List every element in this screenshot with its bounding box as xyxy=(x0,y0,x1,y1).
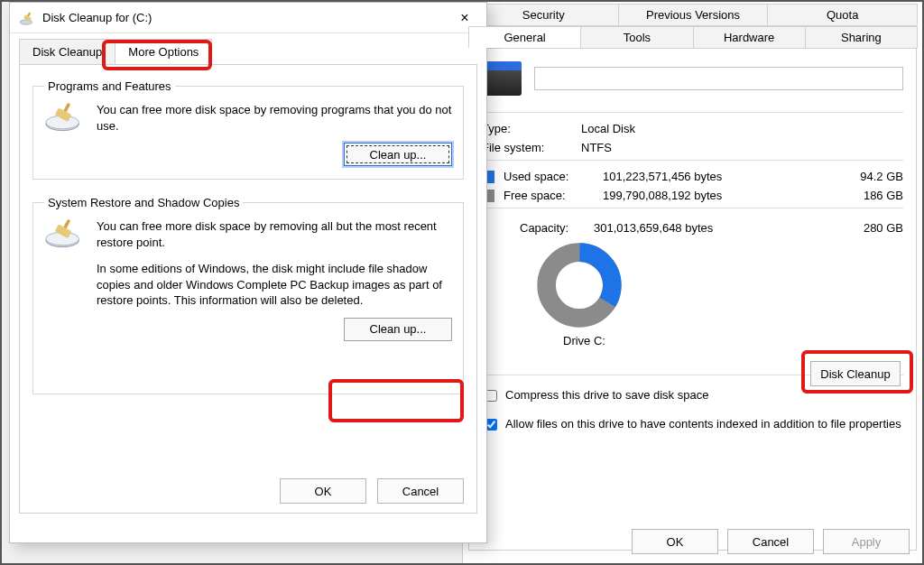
capacity-human: 280 GB xyxy=(840,221,903,235)
drive-name-input[interactable] xyxy=(534,67,903,90)
tab-previous-versions[interactable]: Previous Versions xyxy=(618,4,769,25)
capacity-bytes: 301,013,659,648 bytes xyxy=(594,221,840,235)
restore-text-1: You can free more disk space by removing… xyxy=(97,218,452,250)
tab-more-options[interactable]: More Options xyxy=(115,39,212,64)
type-value: Local Disk xyxy=(581,122,635,135)
used-space-bytes: 101,223,571,456 bytes xyxy=(603,170,840,183)
properties-cancel-button[interactable]: Cancel xyxy=(727,529,814,554)
broom-disk-icon xyxy=(44,218,84,249)
tab-hardware[interactable]: Hardware xyxy=(693,26,806,48)
used-space-human: 94.2 GB xyxy=(840,170,903,183)
tab-disk-cleanup[interactable]: Disk Cleanup xyxy=(19,39,116,64)
tab-sharing[interactable]: Sharing xyxy=(805,26,918,48)
svg-point-2 xyxy=(559,264,600,306)
properties-body: Type: Local Disk File system: NTFS Used … xyxy=(468,49,917,551)
system-restore-group: System Restore and Shadow Copies You can… xyxy=(32,196,464,394)
programs-and-features-group: Programs and Features You can free more … xyxy=(32,79,464,180)
close-icon: × xyxy=(460,10,468,26)
drive-label: Drive C: xyxy=(563,334,903,347)
disk-cleanup-ok-button[interactable]: OK xyxy=(280,478,366,504)
disk-cleanup-content: Programs and Features You can free more … xyxy=(19,64,477,514)
restore-cleanup-button[interactable]: Clean up... xyxy=(344,318,452,341)
drive-properties-window: Security Previous Versions Quota General… xyxy=(462,2,922,563)
tab-tools[interactable]: Tools xyxy=(580,26,693,48)
properties-tabs-row1: Security Previous Versions Quota xyxy=(468,4,917,26)
disk-cleanup-button[interactable]: Disk Cleanup xyxy=(810,361,901,386)
capacity-label: Capacity: xyxy=(520,221,594,235)
filesystem-label: File system: xyxy=(482,141,581,154)
restore-legend: System Restore and Shadow Copies xyxy=(44,196,243,209)
disk-cleanup-title: Disk Cleanup for (C:) xyxy=(42,11,445,24)
disk-cleanup-tabs: Disk Cleanup More Options xyxy=(19,39,477,64)
properties-apply-button[interactable]: Apply xyxy=(823,529,910,554)
tab-quota[interactable]: Quota xyxy=(767,4,918,25)
programs-cleanup-button[interactable]: Clean up... xyxy=(344,143,452,166)
capacity-donut-chart xyxy=(536,242,623,329)
properties-dialog-buttons: OK Cancel Apply xyxy=(632,529,910,554)
index-label: Allow files on this drive to have conten… xyxy=(505,417,901,431)
disk-cleanup-title-icon xyxy=(19,10,35,26)
programs-legend: Programs and Features xyxy=(44,79,175,93)
used-space-label: Used space: xyxy=(504,170,603,183)
disk-cleanup-window: Disk Cleanup for (C:) × Disk Cleanup Mor… xyxy=(9,2,487,543)
properties-tabs-row2: General Tools Hardware Sharing xyxy=(468,26,917,49)
free-space-bytes: 199,790,088,192 bytes xyxy=(603,189,840,202)
free-space-human: 186 GB xyxy=(840,189,903,202)
compress-label: Compress this drive to save disk space xyxy=(505,388,708,402)
tab-general[interactable]: General xyxy=(468,26,581,48)
drive-icon xyxy=(482,61,522,96)
restore-text-2: In some editions of Windows, the disk mi… xyxy=(97,261,452,309)
broom-disk-icon xyxy=(44,102,84,133)
disk-cleanup-cancel-button[interactable]: Cancel xyxy=(377,478,464,504)
disk-cleanup-titlebar[interactable]: Disk Cleanup for (C:) × xyxy=(10,3,486,33)
tab-security[interactable]: Security xyxy=(468,4,619,25)
properties-ok-button[interactable]: OK xyxy=(632,529,718,554)
free-space-label: Free space: xyxy=(504,189,603,202)
programs-text: You can free more disk space by removing… xyxy=(97,102,452,134)
disk-cleanup-dialog-buttons: OK Cancel xyxy=(280,478,464,504)
type-label: Type: xyxy=(482,122,581,135)
filesystem-value: NTFS xyxy=(581,141,612,154)
